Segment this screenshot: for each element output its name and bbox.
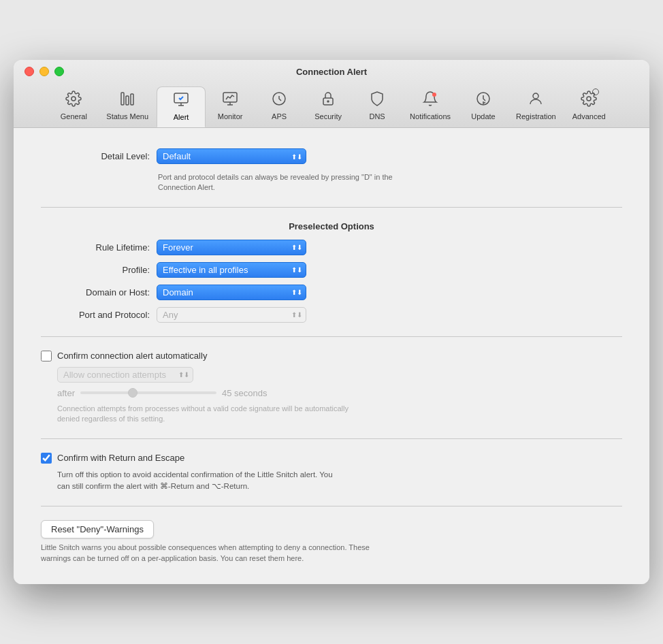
rule-lifetime-select-wrapper: Forever Until Quit Once ⬆⬇ [157,240,306,255]
domain-host-select[interactable]: Domain Host Any [157,285,306,300]
detail-level-row: Detail Level: Default Minimal Full ⬆⬇ [41,148,622,164]
toolbar-item-dns[interactable]: DNS [353,86,402,127]
security-icon [320,91,336,110]
toolbar-label-status-menu: Status Menu [106,112,148,120]
domain-host-select-wrapper: Domain Host Any ⬆⬇ [157,285,306,300]
profile-label: Profile: [41,265,150,275]
confirm-auto-section: Confirm connection alert automatically A… [41,351,622,425]
confirm-return-checkbox[interactable] [41,453,52,464]
toolbar-item-status-menu[interactable]: Status Menu [98,86,157,127]
divider-3 [41,438,622,439]
dns-icon [369,91,385,110]
minimize-button[interactable] [39,67,49,76]
confirm-return-label[interactable]: Confirm with Return and Escape [57,453,184,463]
confirm-auto-checkbox[interactable] [41,351,52,361]
toolbar-item-advanced[interactable]: Advanced [564,86,614,127]
divider-2 [41,336,622,337]
rule-lifetime-label: Rule Lifetime: [41,242,150,253]
toolbar-item-registration[interactable]: Registration [508,86,564,127]
confirm-auto-row: Confirm connection alert automatically [41,351,622,361]
svg-rect-3 [131,94,133,105]
auto-action-select: Allow connection attempts Deny connectio… [57,367,193,383]
svg-point-11 [533,93,538,99]
main-window: Connection Alert General [14,60,649,584]
toolbar-item-notifications[interactable]: Notifications [402,86,459,127]
toolbar-label-aps: APS [272,112,287,120]
confirm-return-desc-section: Turn off this option to avoid accidental… [57,469,622,493]
toolbar-label-security: Security [314,112,342,120]
toolbar-item-aps[interactable]: APS [255,86,304,127]
preselected-title: Preselected Options [41,221,622,231]
confirm-auto-label[interactable]: Confirm connection alert automatically [57,351,207,361]
allow-action-row: Allow connection attempts Deny connectio… [57,367,622,383]
toolbar-label-alert: Alert [174,113,189,121]
detail-level-select-wrapper: Default Minimal Full ⬆⬇ [157,148,306,164]
content-area: Detail Level: Default Minimal Full ⬆⬇ Po… [14,128,649,584]
toolbar-item-general[interactable]: General [49,86,98,127]
svg-point-12 [587,97,591,101]
advanced-icon [581,91,597,110]
port-protocol-row: Port and Protocol: Any Specific ⬆⬇ [41,307,622,323]
profile-row: Profile: Effective in all profiles Autom… [41,262,622,278]
status-menu-icon [119,91,135,110]
titlebar: Connection Alert General [14,60,649,128]
toolbar-label-update: Update [471,112,495,120]
auto-action-select-wrapper: Allow connection attempts Deny connectio… [57,367,193,383]
maximize-button[interactable] [54,67,64,76]
toolbar-item-monitor[interactable]: Monitor [206,86,255,127]
toolbar-item-alert[interactable]: Alert [157,86,206,127]
rule-lifetime-row: Rule Lifetime: Forever Until Quit Once ⬆… [41,240,622,255]
monitor-icon [222,91,238,110]
toolbar-item-security[interactable]: Security [304,86,353,127]
general-icon [65,91,82,110]
confirm-auto-help: Connection attempts from processes witho… [57,404,370,425]
svg-point-8 [327,101,329,102]
svg-rect-2 [126,96,129,105]
divider-1 [41,207,622,208]
toolbar-label-monitor: Monitor [218,112,243,120]
rule-lifetime-select[interactable]: Forever Until Quit Once [157,240,306,255]
domain-host-label: Domain or Host: [41,287,150,297]
svg-point-0 [71,97,76,101]
detail-level-section: Detail Level: Default Minimal Full ⬆⬇ Po… [41,148,622,193]
update-icon [475,91,491,110]
slider-row: after 45 seconds [57,388,622,398]
preselected-section: Preselected Options Rule Lifetime: Forev… [41,221,622,323]
confirm-auto-options: Allow connection attempts Deny connectio… [57,367,622,425]
slider-value: 45 seconds [222,388,268,398]
confirm-return-description: Turn off this option to avoid accidental… [57,469,343,493]
toolbar-label-dns: DNS [369,112,385,120]
divider-4 [41,506,622,506]
confirm-return-section: Confirm with Return and Escape Turn off … [41,453,622,493]
svg-point-9 [432,93,436,97]
aps-icon [271,91,287,110]
profile-select-wrapper: Effective in all profiles Automatic Home… [157,262,306,278]
svg-rect-1 [121,93,124,105]
port-protocol-label: Port and Protocol: [41,310,150,320]
alert-icon [173,91,189,110]
detail-level-label: Detail Level: [41,151,150,161]
domain-host-row: Domain or Host: Domain Host Any ⬆⬇ [41,285,622,300]
after-label: after [57,388,75,398]
close-button[interactable] [25,67,34,76]
window-title: Connection Alert [25,67,638,77]
reset-section: Reset "Deny"-Warnings Little Snitch warn… [41,520,622,564]
registration-icon [528,91,544,110]
toolbar-label-general: General [61,112,87,120]
detail-level-select[interactable]: Default Minimal Full [157,148,306,164]
reset-deny-button[interactable]: Reset "Deny"-Warnings [41,520,154,538]
detail-level-help: Port and protocol details can always be … [158,172,417,193]
toolbar: General Status Menu [25,82,638,127]
svg-point-13 [593,89,599,95]
reset-help-text: Little Snitch warns you about possible c… [41,543,381,564]
port-protocol-select[interactable]: Any Specific [157,307,306,323]
profile-select[interactable]: Effective in all profiles Automatic Home… [157,262,306,278]
notifications-icon [422,91,438,110]
port-protocol-select-wrapper: Any Specific ⬆⬇ [157,307,306,323]
confirm-return-row: Confirm with Return and Escape [41,453,622,464]
toolbar-label-notifications: Notifications [410,112,451,120]
toolbar-label-registration: Registration [516,112,556,120]
toolbar-label-advanced: Advanced [572,112,606,120]
auto-timer-slider [80,391,216,394]
toolbar-item-update[interactable]: Update [459,86,508,127]
